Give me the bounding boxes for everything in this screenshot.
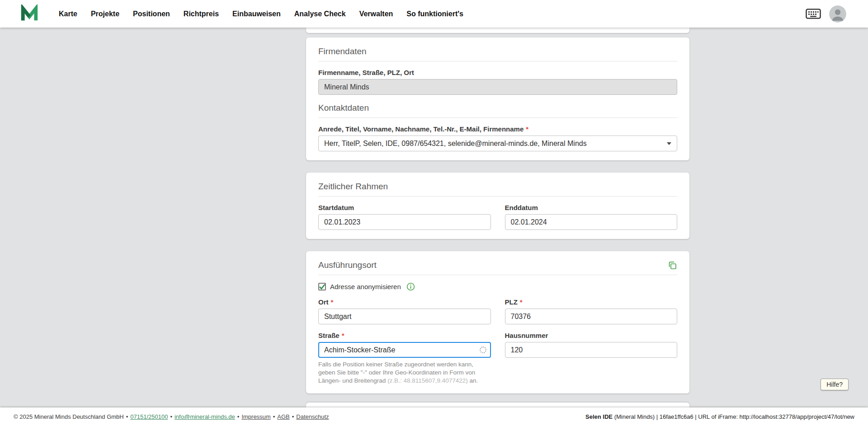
card-ausfuehrungsort: Ausführungsort Adresse anonymisieren bbox=[306, 251, 689, 393]
anonymize-label: Adresse anonymisieren bbox=[330, 283, 401, 290]
kontaktdaten-title: Kontaktdaten bbox=[318, 103, 369, 113]
nav-item-karte[interactable]: Karte bbox=[59, 10, 77, 18]
hausnummer-field: Hausnummer bbox=[505, 332, 678, 384]
footer-agb-link[interactable]: AGB bbox=[277, 413, 289, 420]
zeitraum-title: Zeitlicher Rahmen bbox=[318, 182, 388, 192]
chevron-down-icon bbox=[667, 142, 671, 145]
footer-impressum-link[interactable]: Impressum bbox=[241, 413, 270, 420]
enddatum-label: Enddatum bbox=[505, 204, 538, 211]
app-logo-icon[interactable] bbox=[20, 5, 39, 23]
required-marker: * bbox=[520, 298, 523, 306]
ort-field: Ort * bbox=[318, 298, 491, 324]
footer-phone-link[interactable]: 07151/250100 bbox=[130, 413, 168, 420]
firmenname-input bbox=[318, 79, 677, 95]
nav-item-analyse-check[interactable]: Analyse Check bbox=[294, 10, 346, 18]
form-content: Firmendaten Firmenname, Straße, PLZ, Ort… bbox=[306, 28, 689, 406]
kontakt-select[interactable]: Herr, TitelP, Selen, IDE, 0987/654321, s… bbox=[318, 136, 677, 151]
strasse-label: Straße bbox=[318, 332, 340, 339]
keyboard-icon[interactable] bbox=[806, 9, 821, 19]
required-marker: * bbox=[342, 332, 344, 339]
nav-item-so-funktionierts[interactable]: So funktioniert's bbox=[406, 10, 463, 18]
anonymize-row: Adresse anonymisieren bbox=[318, 282, 677, 291]
firmendaten-title: Firmendaten bbox=[318, 47, 367, 56]
nav-item-richtpreis[interactable]: Richtpreis bbox=[184, 10, 219, 18]
user-avatar[interactable] bbox=[829, 5, 846, 23]
partial-card-top bbox=[306, 28, 689, 33]
footer-links: © 2025 Mineral Minds Deutschland GmbH • … bbox=[14, 413, 329, 420]
plz-field: PLZ * bbox=[505, 298, 678, 324]
geo-coords-example: (z.B.: 48.8115607,9.4077422) bbox=[387, 377, 468, 384]
required-marker: * bbox=[526, 125, 528, 133]
startdatum-field: Startdatum bbox=[318, 204, 491, 230]
nav-item-verwalten[interactable]: Verwalten bbox=[359, 10, 393, 18]
strasse-field: Straße * Falls die Position keiner Straß… bbox=[318, 332, 491, 384]
info-icon[interactable] bbox=[406, 282, 415, 291]
ort-input[interactable] bbox=[318, 309, 491, 324]
startdatum-label: Startdatum bbox=[318, 204, 354, 211]
enddatum-input[interactable] bbox=[505, 214, 678, 230]
footer-app-name: Selen IDE bbox=[585, 413, 613, 420]
ort-label: Ort bbox=[318, 298, 329, 306]
plz-label: PLZ bbox=[505, 298, 518, 306]
footer-datenschutz-link[interactable]: Datenschutz bbox=[296, 413, 329, 420]
copyright-text: © 2025 Mineral Minds Deutschland GmbH bbox=[14, 413, 124, 420]
card-firmendaten: Firmendaten Firmenname, Straße, PLZ, Ort… bbox=[306, 37, 689, 160]
footer-email-link[interactable]: info@mineral-minds.de bbox=[175, 413, 235, 420]
startdatum-input[interactable] bbox=[318, 214, 491, 230]
enddatum-field: Enddatum bbox=[505, 204, 678, 230]
kontakt-label: Anrede, Titel, Vorname, Nachname, Tel.-N… bbox=[318, 125, 524, 133]
plz-input[interactable] bbox=[505, 309, 678, 324]
required-marker: * bbox=[331, 298, 334, 306]
hausnummer-input[interactable] bbox=[505, 342, 678, 358]
anonymize-checkbox[interactable] bbox=[318, 283, 326, 290]
hausnummer-label: Hausnummer bbox=[505, 332, 548, 339]
footer-debug-info: Selen IDE (Mineral Minds) | 16fae1ffc6a6… bbox=[585, 413, 854, 420]
help-button[interactable]: Hilfe? bbox=[821, 379, 849, 390]
strasse-hint: Falls die Position keiner Straße zugeord… bbox=[318, 360, 491, 384]
firmenname-label: Firmenname, Straße, PLZ, Ort bbox=[318, 69, 414, 76]
top-nav: Karte Projekte Positionen Richtpreis Ein… bbox=[0, 0, 868, 28]
copy-icon[interactable] bbox=[668, 261, 677, 270]
nav-right-icons bbox=[806, 5, 846, 23]
strasse-input[interactable] bbox=[318, 342, 491, 358]
nav-item-projekte[interactable]: Projekte bbox=[91, 10, 119, 18]
nav-item-einbauweisen[interactable]: Einbauweisen bbox=[232, 10, 281, 18]
footer: © 2025 Mineral Minds Deutschland GmbH • … bbox=[0, 407, 868, 426]
loading-spinner-icon bbox=[480, 346, 486, 353]
card-zeitlicher-rahmen: Zeitlicher Rahmen Startdatum Enddatum bbox=[306, 173, 689, 239]
ausfuehrungsort-title: Ausführungsort bbox=[318, 260, 377, 270]
nav-item-positionen[interactable]: Positionen bbox=[133, 10, 170, 18]
kontakt-select-value: Herr, TitelP, Selen, IDE, 0987/654321, s… bbox=[324, 140, 587, 148]
